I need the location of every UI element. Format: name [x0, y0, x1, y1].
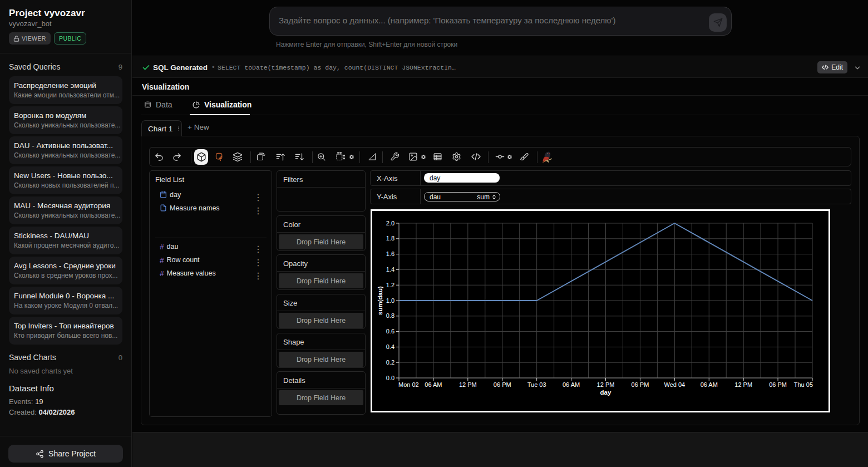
svg-text:1.6: 1.6: [386, 250, 394, 257]
svg-text:06 AM: 06 AM: [563, 381, 580, 388]
svg-text:0.4: 0.4: [386, 343, 394, 350]
svg-text:06 AM: 06 AM: [425, 381, 442, 388]
svg-text:0.8: 0.8: [386, 312, 394, 319]
svg-text:06 PM: 06 PM: [494, 381, 511, 388]
svg-text:12 PM: 12 PM: [459, 381, 477, 388]
svg-text:12 PM: 12 PM: [734, 381, 752, 388]
svg-text:Wed 04: Wed 04: [664, 381, 685, 388]
svg-text:0.6: 0.6: [386, 328, 394, 335]
svg-text:06 AM: 06 AM: [701, 381, 718, 388]
svg-text:06 PM: 06 PM: [769, 381, 787, 388]
svg-text:12 PM: 12 PM: [597, 381, 615, 388]
svg-text:06 PM: 06 PM: [632, 381, 649, 388]
svg-text:day: day: [600, 389, 611, 396]
svg-text:1.4: 1.4: [386, 266, 394, 273]
svg-text:0.0: 0.0: [386, 375, 394, 381]
svg-text:Mon 02: Mon 02: [398, 381, 419, 388]
svg-text:Thu 05: Thu 05: [794, 381, 813, 388]
svg-text:1.0: 1.0: [386, 297, 394, 304]
svg-text:Tue 03: Tue 03: [527, 381, 546, 388]
svg-text:sum(dau): sum(dau): [377, 286, 383, 315]
svg-text:2.0: 2.0: [386, 220, 394, 227]
svg-text:1.2: 1.2: [386, 282, 394, 288]
svg-text:1.8: 1.8: [386, 235, 394, 242]
svg-text:0.2: 0.2: [386, 359, 394, 366]
